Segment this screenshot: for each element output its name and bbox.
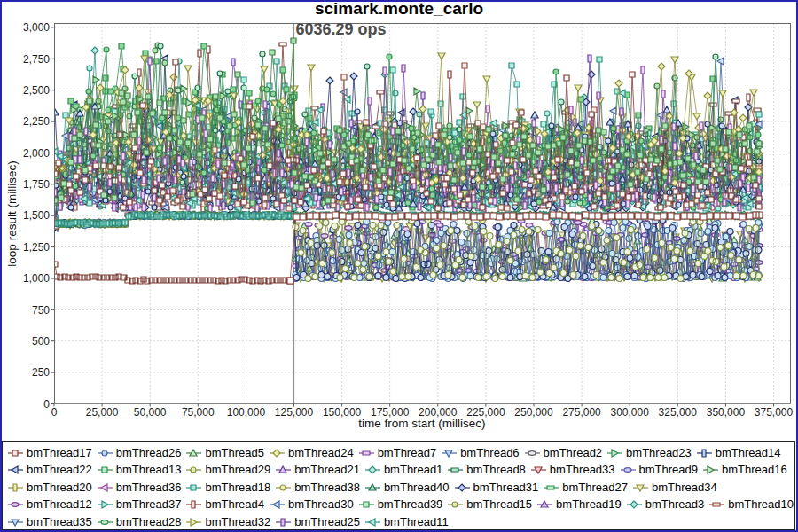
svg-text:1,250: 1,250 (23, 241, 50, 254)
svg-text:50,000: 50,000 (134, 406, 167, 419)
svg-text:3,000: 3,000 (23, 21, 50, 34)
svg-text:500: 500 (32, 335, 50, 348)
svg-text:75,000: 75,000 (182, 406, 215, 419)
svg-text:250: 250 (32, 366, 50, 379)
svg-text:1,000: 1,000 (23, 272, 50, 285)
svg-text:0: 0 (43, 398, 50, 411)
svg-text:350,000: 350,000 (707, 406, 746, 419)
svg-text:275,000: 275,000 (562, 406, 601, 419)
svg-text:loop result (millisec): loop result (millisec) (5, 160, 19, 266)
svg-text:2,250: 2,250 (23, 115, 50, 128)
svg-text:125,000: 125,000 (275, 406, 314, 419)
svg-text:250,000: 250,000 (514, 406, 553, 419)
svg-text:0: 0 (51, 406, 58, 419)
svg-text:2,000: 2,000 (23, 147, 50, 160)
svg-text:325,000: 325,000 (659, 406, 698, 419)
svg-text:time from start (millisec): time from start (millisec) (358, 417, 485, 430)
svg-text:1,500: 1,500 (23, 209, 50, 222)
svg-text:1,750: 1,750 (23, 178, 50, 191)
svg-text:750: 750 (32, 304, 50, 317)
svg-text:150,000: 150,000 (323, 406, 362, 419)
svg-text:100,000: 100,000 (227, 406, 266, 419)
svg-text:300,000: 300,000 (611, 406, 650, 419)
svg-text:375,000: 375,000 (755, 406, 794, 419)
svg-text:25,000: 25,000 (86, 406, 119, 419)
svg-text:2,500: 2,500 (23, 84, 50, 97)
svg-text:2,750: 2,750 (23, 53, 50, 66)
